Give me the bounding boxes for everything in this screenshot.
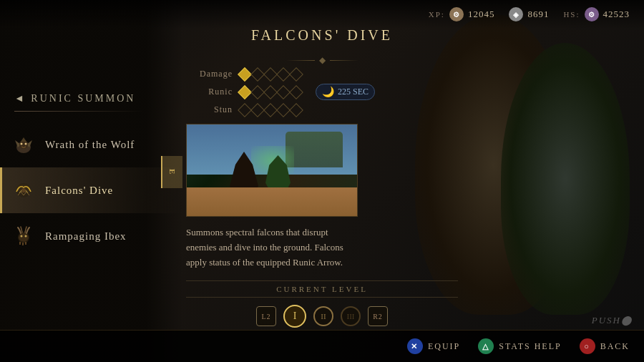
wolf-item-label: Wrath of the Wolf (45, 139, 135, 151)
stat-gems-runic (240, 87, 301, 97)
sidebar-title: ◄ RUNIC SUMMON (0, 86, 182, 112)
stat-row-damage: Damage (190, 69, 454, 79)
level-section-title: CURRENT LEVEL (186, 280, 458, 298)
back-action[interactable]: ○ BACK (580, 338, 630, 354)
sidebar-item-ibex[interactable]: Rampaging Ibex (0, 213, 182, 259)
xp-value: 12045 (468, 9, 495, 20)
svg-point-12 (21, 235, 23, 238)
level-section: CURRENT LEVEL L2 I II III R2 (186, 280, 458, 328)
sidebar-divider (14, 111, 143, 112)
selected-tab-indicator: E (161, 156, 182, 188)
stat-row-stun: Stun (190, 104, 454, 115)
svg-point-6 (25, 143, 27, 145)
svg-marker-4 (21, 137, 26, 142)
xp-icon: ⚙ (449, 7, 464, 21)
xp-label: XP: (429, 10, 445, 19)
equip-action[interactable]: ✕ EQUIP (407, 338, 460, 354)
cooldown-badge: 🌙 225 SEC (316, 84, 375, 100)
equip-label: EQUIP (428, 341, 460, 352)
sidebar-item-falcons[interactable]: Falcons' Dive (0, 167, 182, 213)
gem-runic-5 (289, 85, 303, 99)
bottom-action-bar: ✕ EQUIP △ STATS HELP ○ BACK (0, 330, 644, 362)
silver-stat: ◈ 8691 (509, 7, 549, 21)
level-controls: L2 I II III R2 (186, 305, 458, 328)
ibex-icon (11, 223, 36, 249)
r2-button[interactable]: R2 (368, 306, 388, 326)
falcons-icon (11, 177, 36, 203)
level-2-indicator[interactable]: II (313, 306, 333, 326)
ability-preview-image (186, 124, 358, 217)
silver-value: 8691 (527, 9, 549, 20)
level-3-indicator[interactable]: III (341, 306, 361, 326)
hs-value: 42523 (603, 9, 630, 20)
selected-tab-letter: E (168, 169, 177, 175)
atreus-figure (501, 43, 630, 315)
stats-grid: Damage Runic 🌙 225 SEC (186, 69, 458, 115)
stats-help-label: STATS HELP (499, 341, 561, 352)
stat-label-runic: Runic (190, 87, 233, 97)
gem-damage-5 (289, 67, 303, 82)
title-ornament: ◆ (186, 55, 458, 66)
hs-icon: ⚙ (585, 7, 599, 21)
cooldown-icon: 🌙 (322, 86, 334, 98)
stat-row-runic: Runic 🌙 225 SEC (190, 84, 454, 100)
triangle-button-icon: △ (478, 338, 494, 354)
ibex-item-label: Rampaging Ibex (45, 230, 127, 243)
level-1-indicator[interactable]: I (283, 305, 306, 328)
sidebar-item-wolf[interactable]: Wrath of the Wolf (0, 122, 182, 167)
stats-help-action[interactable]: △ STATS HELP (478, 338, 561, 354)
circle-button-icon: ○ (580, 338, 595, 354)
svg-point-9 (21, 188, 26, 192)
main-content: FALCONS' DIVE ◆ Damage Runic (186, 21, 458, 328)
top-hud: XP: ⚙ 12045 ◈ 8691 HS: ⚙ 42523 (0, 0, 644, 29)
hs-label: HS: (563, 10, 580, 19)
stat-label-stun: Stun (190, 104, 233, 115)
svg-point-5 (21, 143, 23, 145)
scene-ground (187, 187, 357, 216)
stat-gems-stun (240, 105, 301, 115)
push-logo: PUSH⬤ (592, 315, 633, 326)
x-button-icon: ✕ (407, 338, 423, 354)
sidebar-items-list: Wrath of the Wolf Falcons' Dive (0, 122, 182, 259)
back-label: BACK (600, 341, 630, 352)
l2-button[interactable]: L2 (256, 306, 276, 326)
stat-label-damage: Damage (190, 69, 233, 79)
hs-stat: HS: ⚙ 42523 (563, 7, 630, 21)
svg-point-13 (25, 235, 27, 238)
scene-island (286, 132, 343, 167)
stat-gems-damage (240, 69, 301, 79)
preview-scene (187, 124, 357, 216)
ornament-line-left (286, 60, 315, 61)
xp-stat: XP: ⚙ 12045 (429, 7, 495, 21)
sidebar: ◄ RUNIC SUMMON Wrath of the Wolf (0, 0, 182, 362)
wolf-icon (11, 132, 36, 157)
gem-stun-5 (289, 103, 303, 117)
falcons-item-label: Falcons' Dive (45, 185, 113, 197)
ability-description: Summons spectral falcons that disrupt en… (186, 225, 358, 270)
svg-point-11 (19, 233, 29, 242)
cooldown-value: 225 SEC (338, 87, 369, 97)
silver-icon: ◈ (509, 7, 523, 21)
ornament-line-right (330, 60, 358, 61)
